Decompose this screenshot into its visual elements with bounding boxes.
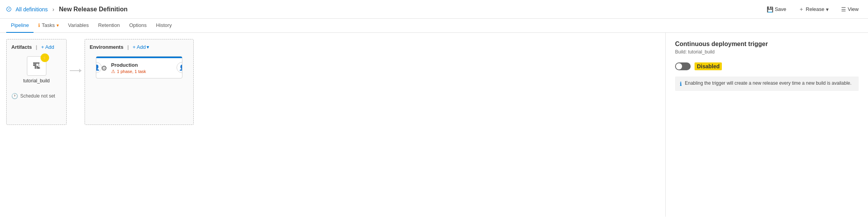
header-right: 💾 Save ＋ Release ▾ ☰ View	[764, 4, 862, 14]
artifact-trigger-badge[interactable]: ⚡	[41, 53, 49, 62]
person-icon-left: 👤	[96, 64, 100, 71]
env-card-body: ⚙ Production ⚠ 1 phase, 1 task	[96, 58, 182, 78]
header: ⛒ All definitions › New Release Definiti…	[0, 0, 868, 19]
toggle-thumb	[676, 63, 682, 69]
main-area: Artifacts | + Add 🏗 ⚡ tutorial_build 🕐	[0, 33, 868, 217]
artifact-item: 🏗 ⚡ tutorial_build	[11, 56, 62, 84]
arrow-line	[70, 70, 81, 71]
header-left: ⛒ All definitions › New Release Definiti…	[6, 6, 127, 13]
artifacts-box: Artifacts | + Add 🏗 ⚡ tutorial_build 🕐	[6, 39, 67, 125]
menu-icon: ☰	[841, 6, 846, 12]
info-box: ℹ Enabling the trigger will create a new…	[675, 76, 859, 91]
panel-title: Continuous deployment trigger	[675, 41, 859, 48]
environments-header: Environments | + Add ▾	[90, 44, 189, 50]
environments-box: Environments | + Add ▾ ⚙ Production	[85, 39, 194, 125]
info-circle-icon: ℹ	[680, 81, 682, 87]
breadcrumb-separator: ›	[53, 6, 55, 12]
breadcrumb-link[interactable]: All definitions	[16, 6, 48, 12]
clock-icon: 🕐	[11, 93, 18, 99]
schedule-label: Schedule not set	[20, 93, 55, 99]
environments-title: Environments	[90, 44, 124, 50]
add-chevron-icon: ▾	[147, 44, 149, 50]
warning-icon: ℹ	[38, 23, 40, 28]
panel-subtitle: Build: tutorial_build	[675, 49, 859, 55]
view-button[interactable]: ☰ View	[838, 5, 862, 14]
artifact-build-icon: 🏗	[33, 62, 41, 71]
arrow-connector	[67, 70, 85, 71]
tab-history[interactable]: History	[151, 19, 176, 33]
person-icon-right: 👤	[179, 64, 183, 71]
pipeline-content: Artifacts | + Add 🏗 ⚡ tutorial_build 🕐	[6, 39, 659, 125]
schedule-item: 🕐 Schedule not set	[11, 93, 62, 99]
toggle-label: Disabled	[695, 62, 722, 70]
header-divider2: |	[127, 44, 129, 50]
tab-retention[interactable]: Retention	[94, 19, 125, 33]
save-icon: 💾	[767, 6, 773, 12]
toggle-track	[675, 62, 691, 70]
tab-pipeline[interactable]: Pipeline	[6, 19, 34, 33]
env-deploy-icon: ⚙	[101, 64, 107, 73]
save-button[interactable]: 💾 Save	[764, 5, 790, 14]
env-card-production[interactable]: ⚙ Production ⚠ 1 phase, 1 task 👤	[96, 56, 182, 78]
tabs-bar: Pipeline ℹ Tasks ▾ Variables Retention O…	[0, 19, 868, 33]
plus-icon: ＋	[799, 6, 804, 13]
artifact-name: tutorial_build	[23, 78, 49, 84]
env-tasks: ⚠ 1 phase, 1 task	[111, 69, 177, 74]
artifacts-header: Artifacts | + Add	[11, 44, 62, 50]
pipeline-icon: ⛒	[6, 6, 12, 13]
chevron-down-icon: ▾	[826, 6, 829, 12]
artifact-icon-wrap[interactable]: 🏗 ⚡	[27, 56, 46, 76]
warning-circle-icon: ⚠	[111, 69, 115, 74]
page-title: New Release Definition	[59, 6, 127, 13]
tab-options[interactable]: Options	[124, 19, 151, 33]
artifacts-title: Artifacts	[11, 44, 32, 50]
info-text: Enabling the trigger will create a new r…	[685, 80, 852, 86]
pipeline-area: Artifacts | + Add 🏗 ⚡ tutorial_build 🕐	[0, 33, 665, 217]
header-divider: |	[36, 44, 37, 50]
toggle-row: Disabled	[675, 62, 859, 70]
artifacts-add-button[interactable]: + Add	[41, 44, 54, 50]
right-panel: Continuous deployment trigger Build: tut…	[665, 33, 868, 217]
env-info: Production ⚠ 1 phase, 1 task	[111, 62, 177, 74]
env-name: Production	[111, 62, 177, 68]
tab-variables[interactable]: Variables	[64, 19, 94, 33]
tab-tasks[interactable]: ℹ Tasks ▾	[34, 19, 63, 33]
artifact-badge-icon: ⚡	[42, 55, 48, 60]
deployment-trigger-toggle[interactable]	[675, 62, 691, 70]
release-button[interactable]: ＋ Release ▾	[796, 4, 832, 14]
environments-add-button[interactable]: + Add ▾	[133, 44, 149, 50]
tasks-chevron-icon: ▾	[57, 23, 59, 28]
